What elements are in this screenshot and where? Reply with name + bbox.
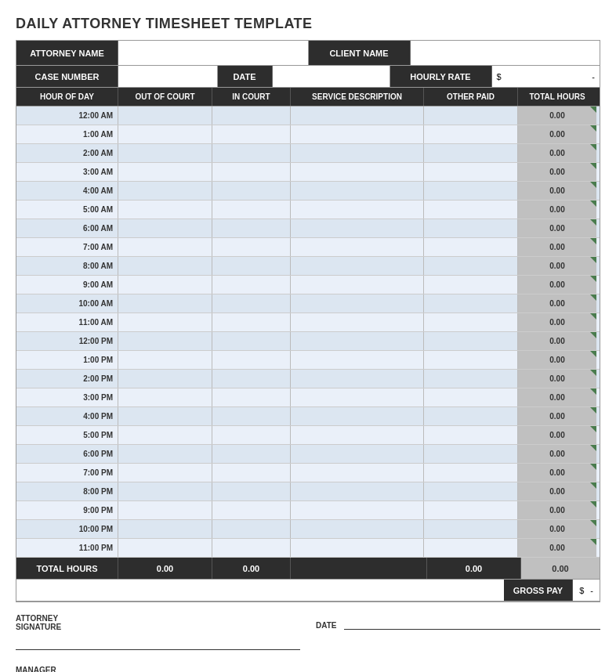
in-court-entry[interactable] [212, 219, 291, 237]
in-court-entry[interactable] [212, 407, 291, 425]
out-of-court-entry[interactable] [118, 294, 212, 313]
service-description-entry[interactable] [291, 351, 424, 369]
service-description-entry[interactable] [291, 238, 424, 256]
service-description-entry[interactable] [291, 144, 424, 162]
other-paid-entry[interactable] [424, 107, 518, 125]
out-of-court-entry[interactable] [118, 182, 212, 200]
out-of-court-entry[interactable] [118, 464, 212, 482]
in-court-entry[interactable] [212, 276, 291, 294]
attorney-date-line[interactable] [344, 614, 600, 630]
out-of-court-entry[interactable] [118, 219, 212, 237]
out-of-court-entry[interactable] [118, 144, 212, 162]
in-court-entry[interactable] [212, 370, 291, 388]
manager-date-line[interactable] [344, 669, 600, 672]
out-of-court-entry[interactable] [118, 238, 212, 256]
out-of-court-entry[interactable] [118, 482, 212, 500]
service-description-entry[interactable] [291, 313, 424, 331]
out-of-court-entry[interactable] [118, 201, 212, 219]
in-court-entry[interactable] [212, 201, 291, 219]
service-description-entry[interactable] [291, 163, 424, 181]
out-of-court-entry[interactable] [118, 388, 212, 406]
in-court-entry[interactable] [212, 125, 291, 143]
service-description-entry[interactable] [291, 426, 424, 444]
out-of-court-entry[interactable] [118, 125, 212, 143]
service-description-entry[interactable] [291, 182, 424, 200]
out-of-court-entry[interactable] [118, 501, 212, 519]
service-description-entry[interactable] [291, 257, 424, 275]
other-paid-entry[interactable] [424, 219, 518, 237]
out-of-court-entry[interactable] [118, 539, 212, 557]
other-paid-entry[interactable] [424, 407, 518, 425]
in-court-entry[interactable] [212, 163, 291, 181]
other-paid-entry[interactable] [424, 539, 518, 557]
other-paid-entry[interactable] [424, 426, 518, 444]
service-description-entry[interactable] [291, 445, 424, 463]
other-paid-entry[interactable] [424, 238, 518, 256]
in-court-entry[interactable] [212, 107, 291, 125]
service-description-entry[interactable] [291, 464, 424, 482]
service-description-entry[interactable] [291, 482, 424, 500]
in-court-entry[interactable] [212, 332, 291, 350]
other-paid-entry[interactable] [424, 501, 518, 519]
attorney-sig-line[interactable] [16, 634, 300, 650]
in-court-entry[interactable] [212, 482, 291, 500]
service-description-entry[interactable] [291, 276, 424, 294]
out-of-court-entry[interactable] [118, 407, 212, 425]
service-description-entry[interactable] [291, 501, 424, 519]
in-court-entry[interactable] [212, 520, 291, 538]
in-court-entry[interactable] [212, 388, 291, 406]
date-value[interactable] [273, 66, 390, 87]
service-description-entry[interactable] [291, 539, 424, 557]
other-paid-entry[interactable] [424, 163, 518, 181]
other-paid-entry[interactable] [424, 125, 518, 143]
service-description-entry[interactable] [291, 388, 424, 406]
other-paid-entry[interactable] [424, 201, 518, 219]
other-paid-entry[interactable] [424, 351, 518, 369]
out-of-court-entry[interactable] [118, 445, 212, 463]
other-paid-entry[interactable] [424, 520, 518, 538]
other-paid-entry[interactable] [424, 445, 518, 463]
other-paid-entry[interactable] [424, 464, 518, 482]
in-court-entry[interactable] [212, 445, 291, 463]
in-court-entry[interactable] [212, 313, 291, 331]
in-court-entry[interactable] [212, 464, 291, 482]
in-court-entry[interactable] [212, 257, 291, 275]
out-of-court-entry[interactable] [118, 276, 212, 294]
other-paid-entry[interactable] [424, 276, 518, 294]
other-paid-entry[interactable] [424, 257, 518, 275]
out-of-court-entry[interactable] [118, 107, 212, 125]
other-paid-entry[interactable] [424, 332, 518, 350]
in-court-entry[interactable] [212, 294, 291, 313]
service-description-entry[interactable] [291, 201, 424, 219]
out-of-court-entry[interactable] [118, 370, 212, 388]
out-of-court-entry[interactable] [118, 351, 212, 369]
in-court-entry[interactable] [212, 144, 291, 162]
other-paid-entry[interactable] [424, 144, 518, 162]
other-paid-entry[interactable] [424, 388, 518, 406]
in-court-entry[interactable] [212, 539, 291, 557]
service-description-entry[interactable] [291, 332, 424, 350]
service-description-entry[interactable] [291, 219, 424, 237]
out-of-court-entry[interactable] [118, 520, 212, 538]
attorney-name-value[interactable] [118, 41, 309, 65]
in-court-entry[interactable] [212, 426, 291, 444]
service-description-entry[interactable] [291, 107, 424, 125]
out-of-court-entry[interactable] [118, 163, 212, 181]
in-court-entry[interactable] [212, 351, 291, 369]
in-court-entry[interactable] [212, 501, 291, 519]
in-court-entry[interactable] [212, 182, 291, 200]
service-description-entry[interactable] [291, 520, 424, 538]
service-description-entry[interactable] [291, 294, 424, 313]
other-paid-entry[interactable] [424, 482, 518, 500]
hourly-rate-value[interactable]: $ - [492, 66, 600, 87]
out-of-court-entry[interactable] [118, 313, 212, 331]
other-paid-entry[interactable] [424, 182, 518, 200]
in-court-entry[interactable] [212, 238, 291, 256]
case-number-value[interactable] [118, 66, 218, 87]
service-description-entry[interactable] [291, 125, 424, 143]
service-description-entry[interactable] [291, 370, 424, 388]
out-of-court-entry[interactable] [118, 426, 212, 444]
client-name-value[interactable] [411, 41, 600, 65]
service-description-entry[interactable] [291, 407, 424, 425]
other-paid-entry[interactable] [424, 313, 518, 331]
